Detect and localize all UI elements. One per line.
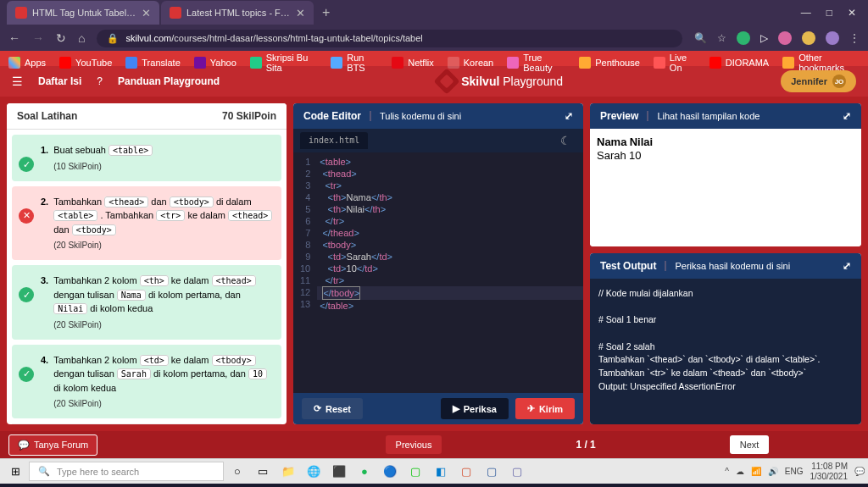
bookmark-item[interactable]: Live On	[654, 53, 696, 73]
bookmark-item[interactable]: Penthouse	[579, 57, 640, 69]
test-header: Test Output Periksa hasil kodemu di sini…	[590, 253, 861, 279]
task-view-icon[interactable]: ▭	[251, 461, 275, 483]
chrome-icon[interactable]: 🔵	[378, 461, 402, 483]
lock-icon: 🔒	[107, 33, 119, 44]
editor-header: Code Editor Tulis kodemu di sini ⤢	[293, 103, 583, 129]
theme-icon[interactable]: ☾	[555, 132, 576, 149]
maximize-icon[interactable]: □	[826, 7, 832, 19]
preview-pane: Nama Nilai Sarah 10	[590, 129, 861, 246]
address-bar[interactable]: 🔒 skilvul.com/courses/html-dasar/lessons…	[97, 30, 682, 47]
daftar-isi-link[interactable]: Daftar Isi	[38, 75, 81, 87]
bookmark-item[interactable]: True Beauty	[507, 53, 565, 73]
extension-icon[interactable]: ▷	[760, 32, 768, 44]
line-icon[interactable]: ▢	[403, 461, 427, 483]
notifications-icon[interactable]: 💬	[854, 467, 865, 476]
spotify-icon[interactable]: ●	[353, 461, 376, 483]
close-icon[interactable]: ✕	[296, 7, 305, 19]
explorer-icon[interactable]: 📁	[276, 461, 300, 483]
expand-icon[interactable]: ⤢	[565, 110, 573, 122]
kirim-button[interactable]: ✈Kirim	[515, 398, 575, 419]
cortana-icon[interactable]: ○	[225, 461, 249, 483]
editor-tab[interactable]: index.html	[300, 132, 368, 149]
wifi-icon[interactable]: 📶	[751, 467, 761, 476]
volume-icon[interactable]: 🔊	[768, 467, 778, 476]
search-input[interactable]: 🔍Type here to search	[29, 462, 224, 481]
profile-icon[interactable]	[826, 31, 839, 45]
catatan: 📌 Catatan:	[12, 423, 281, 424]
tanya-forum-button[interactable]: 💬Tanya Forum	[8, 434, 97, 456]
bookmark-item[interactable]: Korean	[448, 57, 493, 69]
vscode-icon[interactable]: ◧	[429, 461, 453, 483]
search-icon[interactable]: 🔍	[694, 32, 707, 44]
extension-icon[interactable]	[802, 31, 815, 45]
soal-item-2: ✕ 2. Tambahkan <thead> dan <tbody> di da…	[12, 186, 281, 261]
soal-item-1: ✓ 1. Buat sebuah <table> (10 SkilPoin)	[12, 135, 281, 181]
extension-icon[interactable]	[778, 31, 792, 45]
tray-icon[interactable]: ^	[725, 467, 729, 476]
menu-icon[interactable]: ☰	[12, 75, 23, 88]
extension-icon[interactable]	[737, 31, 750, 45]
star-icon[interactable]: ☆	[717, 32, 726, 44]
browser-tab-1[interactable]: HTML Tag Untuk Tabel: Tabel - Sk ✕	[7, 1, 159, 25]
tab-favicon	[15, 7, 27, 19]
reload-icon[interactable]: ↻	[56, 31, 66, 45]
page-indicator: 1 / 1	[576, 439, 595, 451]
play-icon: ▶	[453, 403, 459, 414]
expand-icon[interactable]: ⤢	[843, 260, 851, 272]
code-editor[interactable]: 12345678910111213 <table> <thead> <tr> <…	[293, 152, 583, 393]
soal-header: Soal Latihan 70 SkilPoin	[7, 103, 287, 130]
powerpoint-icon[interactable]: ▢	[454, 461, 478, 483]
close-window-icon[interactable]: ✕	[848, 7, 856, 19]
help-icon: ?	[97, 75, 103, 87]
periksa-button[interactable]: ▶Periksa	[441, 398, 509, 419]
clock[interactable]: 11:08 PM1/30/2021	[810, 462, 849, 482]
browser-tab-2[interactable]: Latest HTML topics - Forum Skilv ✕	[161, 1, 314, 25]
send-icon: ✈	[527, 403, 535, 414]
panduan-link[interactable]: Panduan Playground	[118, 75, 220, 87]
new-tab-button[interactable]: +	[315, 2, 337, 24]
soal-item-4: ✓ 4. Tambahkan 2 kolom <td> ke dalam <tb…	[12, 345, 281, 419]
check-icon: ✓	[19, 287, 34, 302]
check-icon: ✓	[19, 157, 34, 172]
bookmark-item[interactable]: Translate	[125, 57, 180, 69]
error-icon: ✕	[19, 208, 34, 224]
bookmark-item[interactable]: YouTube	[59, 57, 112, 69]
search-icon: 🔍	[38, 466, 50, 477]
reset-button[interactable]: ⟳Reset	[302, 398, 363, 419]
bookmark-item[interactable]: Skripsi Bu Sita	[250, 53, 318, 73]
start-icon[interactable]: ⊞	[3, 461, 27, 483]
cloud-icon[interactable]: ☁	[736, 467, 744, 476]
minimize-icon[interactable]: —	[801, 7, 811, 19]
soal-item-3: ✓ 3. Tambahkan 2 kolom <th> ke dalam <th…	[12, 265, 281, 340]
bookmark-item[interactable]: DIORAMA	[709, 57, 769, 69]
chat-icon: 💬	[18, 440, 30, 451]
word-icon[interactable]: ▢	[480, 461, 504, 483]
app-logo: Skilvul Playground	[437, 72, 563, 91]
bookmark-item[interactable]: Yahoo	[194, 57, 236, 69]
avatar: JO	[832, 75, 846, 88]
check-icon: ✓	[19, 367, 34, 382]
forward-icon[interactable]: →	[32, 31, 44, 45]
previous-button[interactable]: Previous	[386, 435, 442, 454]
bookmark-item[interactable]: Netflix	[392, 57, 434, 69]
test-output: // Kode mulai dijalankan # Soal 1 benar …	[590, 279, 861, 424]
expand-icon[interactable]: ⤢	[843, 110, 851, 122]
reset-icon: ⟳	[314, 403, 321, 414]
bookmark-apps[interactable]: Apps	[8, 57, 46, 69]
next-button[interactable]: Next	[730, 435, 770, 454]
menu-icon[interactable]: ⋮	[849, 32, 860, 44]
bookmark-item[interactable]: Run BTS	[331, 53, 378, 73]
edge-icon[interactable]: 🌐	[302, 461, 326, 483]
tab-favicon	[170, 7, 181, 19]
app-icon[interactable]: ⬛	[327, 461, 351, 483]
close-icon[interactable]: ✕	[142, 7, 151, 19]
preview-header: Preview Lihat hasil tampilan kode ⤢	[590, 103, 861, 129]
home-icon[interactable]: ⌂	[78, 31, 85, 45]
back-icon[interactable]: ←	[8, 31, 20, 45]
language-indicator[interactable]: ENG	[785, 467, 804, 476]
user-menu[interactable]: Jennifer JO	[781, 70, 856, 92]
teams-icon[interactable]: ▢	[505, 461, 529, 483]
